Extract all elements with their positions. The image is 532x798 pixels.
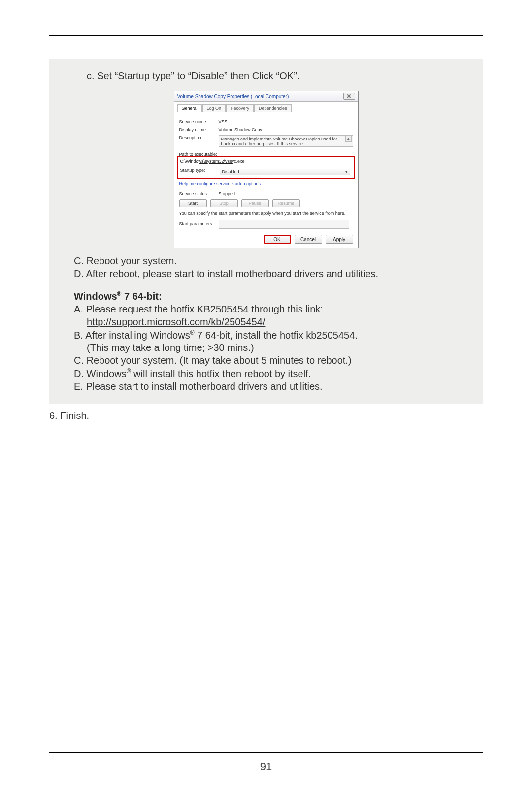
resume-button[interactable]: Resume [272,199,300,207]
description-text: Manages and implements Volume Shadow Cop… [221,137,337,146]
service-name-label: Service name: [179,119,219,124]
page-number: 91 [260,761,272,773]
heading-prefix: Windows [74,291,117,302]
chevron-down-icon: ▾ [345,169,348,174]
path-value: C:\Windows\system32\vssvc.exe [180,159,352,164]
tab-dependencies[interactable]: Dependencies [254,104,292,112]
startup-type-label: Startup type: [180,168,220,173]
screenshot-wrapper: Volume Shadow Copy Properties (Local Com… [74,91,458,248]
top-rule [49,35,483,36]
instruction-box: c. Set “Startup type” to “Disable” then … [49,59,483,404]
step-B-note: (This may take a long time; >30 mins.) [87,342,458,353]
step-D2-prefix: D. Windows [74,368,127,379]
pause-button[interactable]: Pause [241,199,269,207]
startup-type-value: Disabled [222,169,239,174]
step-c-text: c. Set “Startup type” to “Disable” then … [87,70,458,82]
step-D2: D. Windows® will install this hotfix the… [74,368,458,380]
scroll-up-icon[interactable]: ▴ [345,136,352,142]
step-D2-suffix: will install this hotfix then reboot by … [131,368,311,379]
ok-button[interactable]: OK [264,235,291,244]
dialog-window: Volume Shadow Copy Properties (Local Com… [174,91,359,248]
win7-64-heading: Windows® 7 64-bit: [74,290,458,302]
step-C2: C. Reboot your system. (It may take abou… [74,355,458,366]
reg-symbol-2: ® [190,329,195,336]
step-D-drivers: D. After reboot, please start to install… [74,268,458,279]
step-E: E. Please start to install motherboard d… [74,381,458,392]
bottom-rule [49,752,483,753]
start-button[interactable]: Start [179,199,207,207]
tab-general[interactable]: General [177,104,202,112]
service-status-label: Service status: [179,191,219,196]
dialog-panel: Service name: VSS Display name: Volume S… [174,112,358,232]
hotfix-link[interactable]: http://support.microsoft.com/kb/2505454/ [87,316,458,328]
step-C-reboot: C. Reboot your system. [74,255,458,267]
start-params-label: Start parameters: [179,221,219,226]
description-field: Manages and implements Volume Shadow Cop… [219,135,353,147]
step-6-finish: 6. Finish. [49,410,483,421]
dialog-tabs: General Log On Recovery Dependencies [177,104,355,112]
apply-button[interactable]: Apply [326,235,353,244]
cancel-button[interactable]: Cancel [295,235,322,244]
service-status-value: Stopped [219,191,353,196]
tab-logon[interactable]: Log On [202,104,226,112]
help-link[interactable]: Help me configure service startup option… [179,181,353,186]
highlight-box: C:\Windows\system32\vssvc.exe Startup ty… [177,156,355,179]
stop-button[interactable]: Stop [210,199,238,207]
step-B: B. After installing Windows® 7 64-bit, i… [74,329,458,341]
step-B-prefix: B. After installing Windows [74,329,190,340]
description-label: Description: [179,135,219,140]
start-params-note: You can specify the start parameters tha… [179,211,353,216]
startup-type-dropdown[interactable]: Disabled ▾ [220,168,350,175]
page-content: c. Set “Startup type” to “Disable” then … [49,59,483,739]
dialog-title: Volume Shadow Copy Properties (Local Com… [177,94,289,99]
close-icon[interactable]: 🗙 [343,93,355,100]
dialog-title-bar: Volume Shadow Copy Properties (Local Com… [174,91,358,102]
display-name-label: Display name: [179,127,219,132]
tab-recovery[interactable]: Recovery [226,104,254,112]
service-name-value: VSS [219,119,353,124]
reg-symbol-3: ® [127,368,131,375]
heading-suffix: 7 64-bit: [121,291,162,302]
display-name-value: Volume Shadow Copy [219,127,353,132]
step-B-suffix: 7 64-bit, install the hotfix kb2505454. [195,329,358,340]
step-A: A. Please request the hotfix KB2505454 t… [74,304,458,315]
dialog-buttons: OK Cancel Apply [174,232,358,248]
start-params-input[interactable] [219,220,349,229]
